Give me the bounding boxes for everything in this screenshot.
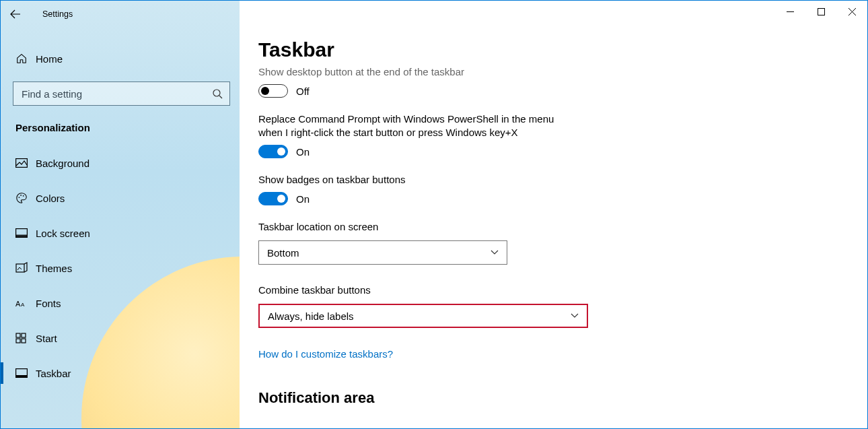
search-box[interactable]: [13, 81, 230, 106]
sidebar-category: Personalization: [1, 106, 240, 145]
svg-point-2: [19, 197, 20, 198]
setting-combine-label: Combine taskbar buttons: [258, 284, 669, 297]
sidebar-item-colors[interactable]: Colors: [1, 180, 240, 216]
main-pane: Taskbar Show desktop button at the end o…: [240, 1, 867, 428]
svg-rect-15: [16, 375, 28, 377]
sidebar-item-lock-screen[interactable]: Lock screen: [1, 216, 240, 251]
sidebar-item-label: Colors: [36, 193, 65, 204]
start-icon: [15, 333, 36, 343]
setting-show-desktop-desc: Show desktop button at the end of the ta…: [258, 65, 669, 79]
lock-screen-icon: [15, 228, 36, 238]
arrow-left-icon: [10, 9, 21, 20]
svg-rect-6: [16, 235, 28, 238]
svg-rect-11: [22, 333, 26, 337]
titlebar-left: Settings: [1, 1, 240, 28]
dropdown-taskbar-location-value: Bottom: [267, 247, 299, 259]
svg-rect-13: [22, 339, 26, 343]
page-title: Taskbar: [258, 38, 859, 61]
taskbar-icon: [15, 368, 36, 378]
back-button[interactable]: [1, 1, 30, 28]
toggle-powershell-state: On: [296, 146, 310, 158]
sidebar-item-themes[interactable]: Themes: [1, 251, 240, 286]
sidebar-item-label: Start: [36, 333, 57, 344]
search-icon: [212, 88, 223, 99]
svg-point-4: [23, 195, 24, 197]
svg-text:A: A: [21, 302, 25, 308]
svg-rect-10: [16, 333, 20, 337]
chevron-down-icon: [491, 250, 499, 255]
sidebar-item-label: Themes: [36, 263, 72, 274]
link-customize-taskbars[interactable]: How do I customize taskbars?: [258, 348, 859, 360]
chevron-down-icon: [571, 313, 579, 319]
toggle-powershell[interactable]: [258, 145, 288, 158]
sidebar: Settings Home Personalization Background: [1, 1, 240, 428]
svg-rect-12: [16, 339, 20, 343]
toggle-show-desktop-state: Off: [296, 86, 310, 97]
search-input[interactable]: [22, 88, 212, 100]
app-title: Settings: [42, 9, 73, 19]
sidebar-item-fonts[interactable]: AA Fonts: [1, 286, 240, 321]
setting-location-label: Taskbar location on screen: [258, 220, 669, 234]
setting-badges-desc: Show badges on taskbar buttons: [258, 173, 669, 187]
toggle-show-desktop[interactable]: [258, 84, 288, 98]
home-icon: [15, 53, 36, 65]
themes-icon: [15, 262, 36, 274]
sidebar-item-background[interactable]: Background: [1, 145, 240, 180]
sidebar-item-label: Taskbar: [36, 368, 71, 379]
sidebar-item-label: Background: [36, 158, 89, 169]
svg-point-3: [20, 195, 22, 196]
toggle-badges[interactable]: [258, 192, 288, 205]
dropdown-combine-buttons[interactable]: Always, hide labels: [258, 304, 588, 328]
content-scroll[interactable]: Taskbar Show desktop button at the end o…: [258, 1, 859, 428]
svg-text:A: A: [15, 300, 21, 308]
sidebar-item-taskbar[interactable]: Taskbar: [1, 356, 240, 391]
palette-icon: [15, 192, 36, 204]
svg-point-0: [213, 90, 220, 96]
fonts-icon: AA: [15, 298, 36, 308]
dropdown-combine-buttons-value: Always, hide labels: [268, 310, 354, 322]
dropdown-taskbar-location[interactable]: Bottom: [258, 240, 507, 265]
section-notification-area: Notification area: [258, 389, 859, 407]
setting-powershell-desc: Replace Command Prompt with Windows Powe…: [258, 112, 568, 139]
sidebar-item-label: Fonts: [36, 298, 61, 309]
sidebar-nav: Background Colors Lock screen Themes: [1, 145, 240, 391]
sidebar-item-label: Lock screen: [36, 228, 90, 239]
sidebar-item-start[interactable]: Start: [1, 321, 240, 356]
sidebar-home[interactable]: Home: [1, 45, 240, 72]
sidebar-home-label: Home: [36, 53, 63, 65]
toggle-badges-state: On: [296, 193, 310, 205]
picture-icon: [15, 158, 36, 168]
